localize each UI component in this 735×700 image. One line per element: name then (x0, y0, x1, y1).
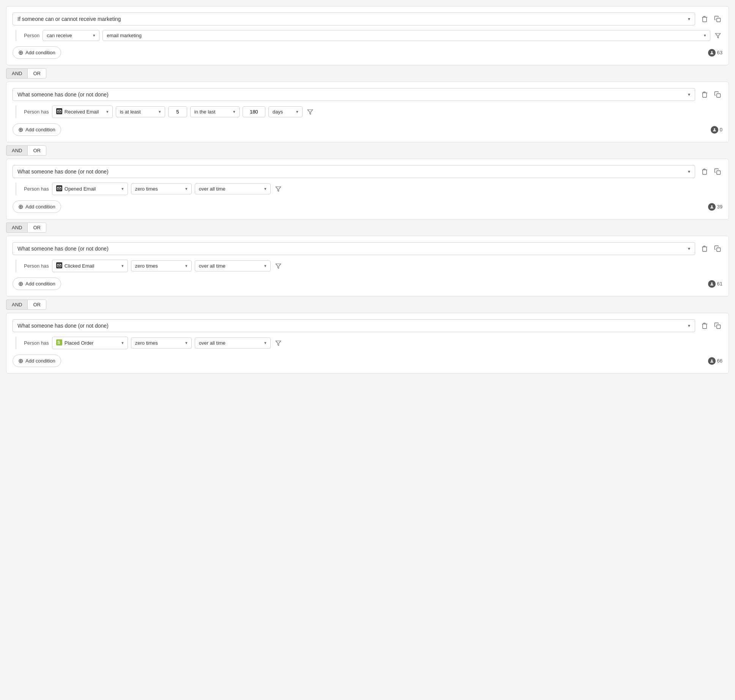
select-operator[interactable]: zero times ▾ (131, 260, 192, 271)
filter-button[interactable] (274, 339, 283, 348)
svg-rect-13 (717, 248, 721, 252)
and-button[interactable]: AND (6, 68, 27, 79)
condition-header: What someone has done (or not done) ▾ (13, 242, 722, 255)
or-button[interactable]: OR (27, 300, 46, 310)
select-event[interactable]: Opened Email ▾ (52, 183, 128, 195)
add-condition-button[interactable]: ⊕ Add condition (13, 355, 61, 367)
select-operator[interactable]: is at least ▾ (116, 106, 165, 117)
select-unit[interactable]: days ▾ (268, 106, 303, 117)
chevron-down-icon: ▾ (185, 186, 188, 191)
chevron-down-icon: ▾ (688, 323, 690, 328)
select-value: email marketing (107, 33, 142, 38)
select-timeframe[interactable]: over all time ▾ (195, 260, 271, 271)
svg-marker-16 (276, 264, 281, 268)
select-value: over all time (199, 263, 226, 269)
person-label: Person has (24, 186, 49, 192)
logic-separator: ANDOR (6, 222, 729, 233)
copy-button[interactable] (713, 90, 722, 99)
add-condition-button[interactable]: ⊕ Add condition (13, 200, 61, 213)
condition-type-label: What someone has done (or not done) (17, 323, 109, 329)
select-value: over all time (199, 340, 226, 346)
copy-button[interactable] (713, 14, 722, 24)
select-timeframe[interactable]: over all time ▾ (195, 337, 271, 348)
delete-button[interactable] (700, 244, 710, 254)
condition-header: What someone has done (or not done) ▾ (13, 319, 722, 332)
condition-block-1: If someone can or cannot receive marketi… (6, 6, 729, 65)
condition-type-select[interactable]: What someone has done (or not done) ▾ (13, 242, 695, 255)
and-button[interactable]: AND (6, 300, 27, 310)
count-badge: 39 (708, 203, 722, 211)
logic-separator: ANDOR (6, 300, 729, 310)
delete-button[interactable] (700, 14, 710, 24)
select-event[interactable]: S Placed Order ▾ (52, 337, 128, 349)
add-condition-button[interactable]: ⊕ Add condition (13, 277, 61, 290)
chevron-down-icon: ▾ (704, 33, 706, 38)
input-days_val[interactable] (243, 106, 265, 117)
delete-button[interactable] (700, 321, 710, 331)
or-button[interactable]: OR (27, 222, 46, 233)
condition-footer: ⊕ Add condition 0 (13, 123, 722, 136)
select-email_marketing[interactable]: email marketing ▾ (103, 30, 710, 41)
block-actions (700, 321, 722, 331)
person-count-icon (708, 357, 716, 365)
condition-type-select[interactable]: What someone has done (or not done) ▾ (13, 319, 695, 332)
logic-separator: ANDOR (6, 145, 729, 156)
delete-button[interactable] (700, 167, 710, 177)
condition-type-select[interactable]: What someone has done (or not done) ▾ (13, 88, 695, 101)
chevron-down-icon: ▾ (93, 33, 95, 38)
select-operator[interactable]: zero times ▾ (131, 337, 192, 348)
add-condition-label: Add condition (25, 204, 55, 210)
condition-type-select[interactable]: What someone has done (or not done) ▾ (13, 165, 695, 178)
svg-marker-11 (276, 187, 281, 191)
add-condition-label: Add condition (25, 281, 55, 287)
count-value: 66 (717, 358, 722, 364)
select-value: can receive (47, 33, 72, 38)
chevron-down-icon: ▾ (121, 341, 124, 345)
select-timeframe[interactable]: over all time ▾ (195, 183, 271, 194)
condition-type-select[interactable]: If someone can or cannot receive marketi… (13, 13, 695, 25)
shopify-icon: S (56, 339, 62, 347)
select-event[interactable]: Clicked Email ▾ (52, 260, 128, 272)
condition-row: Person has Received Email ▾is at least ▾… (16, 106, 722, 118)
and-button[interactable]: AND (6, 222, 27, 233)
block-actions (700, 244, 722, 254)
select-timeframe[interactable]: in the last ▾ (190, 106, 240, 117)
add-condition-button[interactable]: ⊕ Add condition (13, 46, 61, 59)
filter-button[interactable] (306, 107, 315, 117)
delete-button[interactable] (700, 90, 710, 99)
input-count_val[interactable] (168, 106, 187, 117)
condition-header: What someone has done (or not done) ▾ (13, 88, 722, 101)
filter-button[interactable] (274, 262, 283, 271)
person-label: Person has (24, 340, 49, 346)
chevron-down-icon: ▾ (264, 341, 267, 345)
svg-point-12 (711, 205, 713, 207)
and-button[interactable]: AND (6, 145, 27, 156)
copy-button[interactable] (713, 167, 722, 177)
select-value: Received Email (65, 109, 99, 115)
svg-point-22 (711, 359, 713, 361)
filter-button[interactable] (274, 184, 283, 194)
email-icon (56, 185, 62, 192)
condition-type-label: What someone has done (or not done) (17, 169, 109, 175)
filter-button[interactable] (713, 31, 722, 40)
select-can_receive[interactable]: can receive ▾ (43, 30, 99, 41)
select-value: in the last (194, 109, 216, 115)
condition-footer: ⊕ Add condition 61 (13, 277, 722, 290)
person-label: Person has (24, 109, 49, 115)
copy-button[interactable] (713, 321, 722, 331)
add-condition-button[interactable]: ⊕ Add condition (13, 123, 61, 136)
or-button[interactable]: OR (27, 145, 46, 156)
or-button[interactable]: OR (27, 68, 46, 79)
condition-type-label: What someone has done (or not done) (17, 91, 109, 98)
count-value: 39 (717, 204, 722, 210)
svg-marker-21 (276, 341, 281, 345)
condition-footer: ⊕ Add condition 39 (13, 200, 722, 213)
select-event[interactable]: Received Email ▾ (52, 106, 113, 118)
email-icon (56, 108, 62, 115)
copy-button[interactable] (713, 244, 722, 254)
select-operator[interactable]: zero times ▾ (131, 183, 192, 194)
plus-icon: ⊕ (18, 357, 23, 364)
block-actions (700, 14, 722, 24)
select-value: Opened Email (65, 186, 96, 192)
svg-marker-6 (308, 110, 312, 114)
